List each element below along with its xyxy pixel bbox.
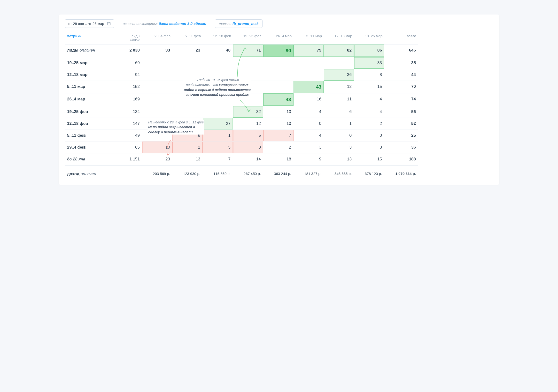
row-cell: 43 <box>263 94 294 106</box>
row-label: 5..11 мар <box>65 81 113 94</box>
header-leads-label: лиды <box>131 34 140 38</box>
row-cell <box>142 94 173 106</box>
row-cell: 9 <box>294 153 324 165</box>
row-cell: 3 <box>354 142 384 153</box>
row-cell <box>324 57 354 69</box>
revenue-label: доход оплачен <box>65 165 113 180</box>
revenue-total: 1 979 834 р. <box>384 165 418 180</box>
row-cell: 4 <box>354 94 384 106</box>
row-cell: 2 <box>173 142 203 153</box>
row-cell <box>142 69 173 81</box>
row-label: 5..11 фев <box>65 130 113 142</box>
row-cell: 11 <box>324 94 354 106</box>
row-cell: 27 <box>203 118 233 130</box>
row-total: 56 <box>384 106 418 118</box>
row-cell <box>203 106 233 118</box>
row-total: 36 <box>384 142 418 153</box>
totals-cell: 86 <box>354 44 384 57</box>
revenue-leads <box>113 165 142 180</box>
header-period: 19..25 фев <box>233 32 263 44</box>
row-total: 52 <box>384 118 418 130</box>
row-cell: 15 <box>354 153 384 165</box>
row-total: 74 <box>384 94 418 106</box>
totals-total: 646 <box>384 44 418 57</box>
row-cell <box>203 94 233 106</box>
filter-pill[interactable]: только fb_promo_msk <box>215 19 263 28</box>
row-cell: 0 <box>294 118 324 130</box>
revenue-cell: 346 335 р. <box>324 165 354 180</box>
row-cell: 3 <box>324 142 354 153</box>
row-cell: 2 <box>354 118 384 130</box>
row-total: 44 <box>384 69 418 81</box>
row-cell: 8 <box>173 130 203 142</box>
row-cell <box>294 69 324 81</box>
row-cell: 7 <box>203 153 233 165</box>
row-cell <box>203 69 233 81</box>
row-leads: 69 <box>113 57 142 69</box>
header-period: 29..4 фев <box>142 32 173 44</box>
row-cell <box>173 106 203 118</box>
revenue-cell: 363 244 р. <box>263 165 294 180</box>
header-period: 19..25 мар <box>354 32 384 44</box>
row-leads: 169 <box>113 94 142 106</box>
row-cell: 13 <box>173 153 203 165</box>
row-cell: 12 <box>324 81 354 94</box>
row-cell: 35 <box>354 57 384 69</box>
row-cell: 15 <box>354 81 384 94</box>
header-period: 12..18 фев <box>203 32 233 44</box>
totals-cell: 82 <box>324 44 354 57</box>
row-cell <box>173 118 203 130</box>
row-label: 19..25 мар <box>65 57 113 69</box>
row-cell: 10 <box>142 142 173 153</box>
row-leads: 152 <box>113 81 142 94</box>
date-range-picker[interactable]: пт 29 янв .. чт 25 мар <box>65 19 114 28</box>
row-cell <box>203 81 233 94</box>
row-cell <box>173 81 203 94</box>
totals-cell: 79 <box>294 44 324 57</box>
row-total: 70 <box>384 81 418 94</box>
totals-cell: 33 <box>142 44 173 57</box>
row-cell: 5 <box>203 142 233 153</box>
row-leads: 1 151 <box>113 153 142 165</box>
row-cell <box>233 94 263 106</box>
row-cell: 2 <box>263 142 294 153</box>
row-cell: 12 <box>233 118 263 130</box>
revenue-cell: 378 120 р. <box>354 165 384 180</box>
row-total: 35 <box>384 57 418 69</box>
header-period: 5..11 фев <box>173 32 203 44</box>
row-label: 29..4 фев <box>65 142 113 153</box>
row-leads: 94 <box>113 69 142 81</box>
row-cell: 4 <box>294 106 324 118</box>
row-cell <box>263 81 294 94</box>
row-cell <box>203 57 233 69</box>
revenue-cell: 123 930 р. <box>173 165 203 180</box>
header-leads-sub: новые <box>115 38 140 42</box>
row-cell <box>142 81 173 94</box>
row-leads: 65 <box>113 142 142 153</box>
row-cell <box>142 106 173 118</box>
row-cell: 18 <box>263 153 294 165</box>
header-metrics[interactable]: метрики <box>65 32 113 44</box>
row-leads: 147 <box>113 118 142 130</box>
filter-label: только <box>219 22 232 26</box>
header-leads: лиды новые <box>113 32 142 44</box>
row-cell <box>263 69 294 81</box>
row-cell <box>263 57 294 69</box>
totals-cell: 23 <box>173 44 203 57</box>
row-label: до 28 янв <box>65 153 113 165</box>
totals-leads: 2 030 <box>113 44 142 57</box>
row-label: 12..18 мар <box>65 69 113 81</box>
cohort-grid: метрики лиды новые 29..4 фев 5..11 фев 1… <box>65 32 493 180</box>
cohort-basis-control[interactable]: основание когорты: дата создания 1-й сде… <box>123 20 206 28</box>
row-label: 26..4 мар <box>65 94 113 106</box>
revenue-cell: 181 327 р. <box>294 165 324 180</box>
row-cell: 23 <box>142 153 173 165</box>
header-total: всего <box>384 32 418 44</box>
row-cell <box>294 57 324 69</box>
row-label: 12..18 фев <box>65 118 113 130</box>
row-cell: 8 <box>233 142 263 153</box>
row-cell: 16 <box>294 94 324 106</box>
row-cell: 8 <box>354 69 384 81</box>
header-period: 5..11 мар <box>294 32 324 44</box>
revenue-sublabel: оплачен <box>80 171 96 176</box>
